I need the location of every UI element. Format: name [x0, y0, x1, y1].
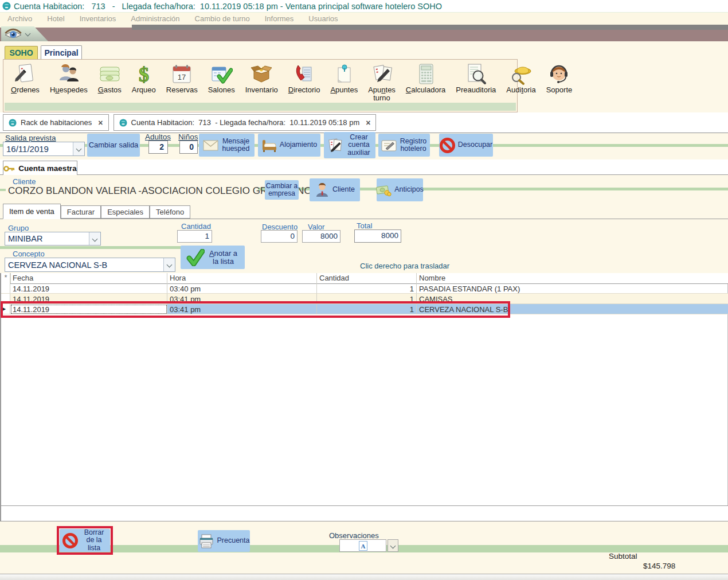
toolbar-item-auditoria[interactable]: Auditoria	[501, 61, 541, 95]
cell-hora[interactable]: 03:40 pm	[167, 283, 317, 294]
menu-item-hotel[interactable]: Hotel	[40, 13, 72, 25]
eye-icon[interactable]	[4, 28, 22, 40]
toolbar-item-inventario[interactable]: Inventario	[240, 61, 283, 95]
chevron-down-icon[interactable]	[25, 30, 31, 36]
column-header-hora[interactable]: Hora	[170, 274, 186, 282]
concepto-dropdown-arrow[interactable]	[163, 258, 175, 271]
table-row-selected[interactable]: ▶14.11.201903:41 pm1CERVEZA NACIONAL S-B	[1, 304, 728, 314]
toolbar-item-calculadora[interactable]: Calculadora	[401, 61, 451, 95]
grupo-dropdown-arrow[interactable]	[89, 232, 100, 245]
title-bar: Cuenta Habitacion: 713 - Llegada fecha/h…	[0, 0, 728, 12]
mensaje-huesped-label: Mensaje huesped	[221, 138, 251, 153]
cambiar-salida-button[interactable]: Cambiar salida	[87, 134, 140, 157]
registro-hotelero-button[interactable]: Registro hotelero	[378, 134, 430, 157]
document-tab-cuenta-habitacion-713-llegada-[interactable]: Cuenta Habitacion: 713 - Llegada fecha/h…	[113, 114, 377, 131]
status-strip	[0, 574, 728, 580]
menu-item-administraci-n[interactable]: Administración	[123, 13, 187, 25]
hat-magnifier-icon	[510, 63, 533, 85]
check-icon	[186, 249, 205, 266]
cell-fecha[interactable]: 14.11.2019	[10, 294, 167, 304]
table-row[interactable]: 14.11.201903:40 pm1PASADIA ESTANDAR (1 P…	[1, 283, 728, 294]
cell-nombre[interactable]: CAMISAS	[417, 294, 728, 304]
column-header-cantidad[interactable]: Cantidad	[319, 274, 349, 282]
toolbar-item-apuntes[interactable]: Apuntes	[325, 61, 363, 95]
tab-facturar[interactable]: Facturar	[61, 205, 101, 219]
grupo-value: MINIBAR	[8, 234, 42, 243]
toolbar-item-gastos[interactable]: Gastos	[93, 61, 127, 95]
adultos-field[interactable]: 2	[148, 141, 168, 154]
column-header-fecha[interactable]: Fecha	[13, 274, 33, 282]
descuento-field[interactable]: 0	[261, 230, 298, 243]
menu-item-archivo[interactable]: Archivo	[0, 13, 40, 25]
alojamiento-button[interactable]: Alojamiento	[258, 134, 320, 157]
toolbar-item-salones[interactable]: Salones	[203, 61, 240, 95]
menu-item-informes[interactable]: Informes	[257, 13, 302, 25]
salida-prevista-select[interactable]: 16/11/2019	[3, 142, 85, 156]
no-entry-icon	[62, 533, 78, 548]
grupo-select[interactable]: MINIBAR	[5, 232, 101, 246]
anticipos-button[interactable]: Anticipos	[377, 178, 423, 201]
toolbar-item-label: Apuntes	[330, 86, 358, 94]
toolbar-item-ordenes[interactable]: Ordenes	[6, 61, 45, 95]
cell-nombre[interactable]: CERVEZA NACIONAL S-B	[417, 304, 728, 314]
menu-bar: ArchivoHotelInventariosAdministraciónCam…	[0, 12, 728, 25]
toolbar-item-reservas[interactable]: 17Reservas	[161, 61, 203, 95]
desocupar-button[interactable]: Desocupar	[439, 134, 493, 157]
toolbar-item-preauditoria[interactable]: Preauditoria	[451, 61, 501, 95]
key-icon	[3, 164, 15, 174]
tab-tel-fono[interactable]: Teléfono	[150, 205, 190, 219]
cell-hora[interactable]: 03:41 pm	[167, 294, 317, 304]
crear-cuenta-auxiliar-button[interactable]: Crear cuenta auxiliar	[324, 132, 375, 158]
menu-item-inventarios[interactable]: Inventarios	[72, 13, 124, 25]
grupo-label: Grupo	[8, 224, 29, 232]
bed-icon	[261, 138, 277, 153]
tab-soho[interactable]: SOHO	[5, 46, 38, 59]
toolbar-item-arqueo[interactable]: $Arqueo	[127, 61, 161, 95]
orders-icon	[14, 63, 37, 85]
soho-hotel-window: Cuenta Habitacion: 713 - Llegada fecha/h…	[0, 0, 728, 580]
toolbar-item-apuntes-turno[interactable]: Apuntes turno	[363, 61, 401, 103]
notes-pen-small-icon	[328, 138, 343, 153]
salida-dropdown-arrow[interactable]	[73, 142, 84, 155]
toolbar-item-directorio[interactable]: Directorio	[283, 61, 326, 95]
observaciones-field[interactable]: A	[339, 539, 386, 552]
document-tab-label: Rack de habitaciones	[21, 118, 92, 127]
menu-item-cambio-de-turno[interactable]: Cambio de turno	[187, 13, 257, 25]
tab-item-de-venta[interactable]: Item de venta	[3, 204, 61, 219]
borrar-de-la-lista-button[interactable]: Borrar de la lista	[60, 529, 110, 552]
cell-cantidad[interactable]: 1	[317, 283, 417, 294]
close-icon[interactable]: ×	[366, 118, 370, 127]
concepto-select[interactable]: CERVEZA NACIONAL S-B	[5, 258, 175, 272]
precuenta-button[interactable]: Precuenta	[198, 530, 250, 552]
toolbar-item-soporte[interactable]: Soporte	[541, 61, 578, 95]
cell-nombre[interactable]: PASADIA ESTANDAR (1 PAX)	[417, 283, 728, 294]
mensaje-huesped-button[interactable]: Mensaje huesped	[199, 134, 255, 157]
subtotal-label: Subtotal	[609, 552, 637, 560]
observaciones-label: Observaciones	[329, 531, 379, 540]
column-divider	[167, 273, 167, 283]
ninos-field[interactable]: 0	[179, 141, 198, 154]
observaciones-dropdown-arrow[interactable]	[388, 539, 398, 552]
doc-magnifier-icon	[464, 63, 487, 85]
cell-hora[interactable]: 03:41 pm	[167, 304, 317, 314]
tab-cuenta-maestra[interactable]: Cuenta maestra	[3, 161, 77, 176]
toolbar-item-huespedes[interactable]: Huespedes	[45, 61, 93, 95]
tab-principal[interactable]: Principal	[41, 45, 82, 59]
document-tab-rack-de-habitaciones[interactable]: Rack de habitaciones×	[3, 114, 109, 131]
close-icon[interactable]: ×	[98, 118, 103, 127]
cell-fecha[interactable]: 14.11.2019	[10, 283, 167, 294]
tab-especiales[interactable]: Especiales	[101, 205, 150, 219]
menu-item-usuarios[interactable]: Usuarios	[301, 13, 345, 25]
cambiar-a-empresa-button[interactable]: Cambiar a empresa	[265, 180, 299, 200]
cell-cantidad[interactable]: 1	[317, 294, 417, 304]
borrar-label: Borrar de la lista	[81, 529, 107, 552]
anotar-a-la-lista-button[interactable]: Anotar a la lista	[181, 246, 245, 269]
cell-fecha[interactable]: 14.11.2019	[10, 304, 167, 314]
phone-icon	[293, 63, 316, 85]
column-header-nombre[interactable]: Nombre	[419, 274, 445, 282]
table-row[interactable]: 14.11.201903:41 pm1CAMISAS	[1, 294, 728, 304]
valor-field[interactable]: 8000	[302, 230, 340, 243]
cantidad-field[interactable]: 1	[177, 230, 212, 243]
cliente-button[interactable]: Cliente	[310, 178, 360, 201]
cell-cantidad[interactable]: 1	[317, 304, 417, 314]
